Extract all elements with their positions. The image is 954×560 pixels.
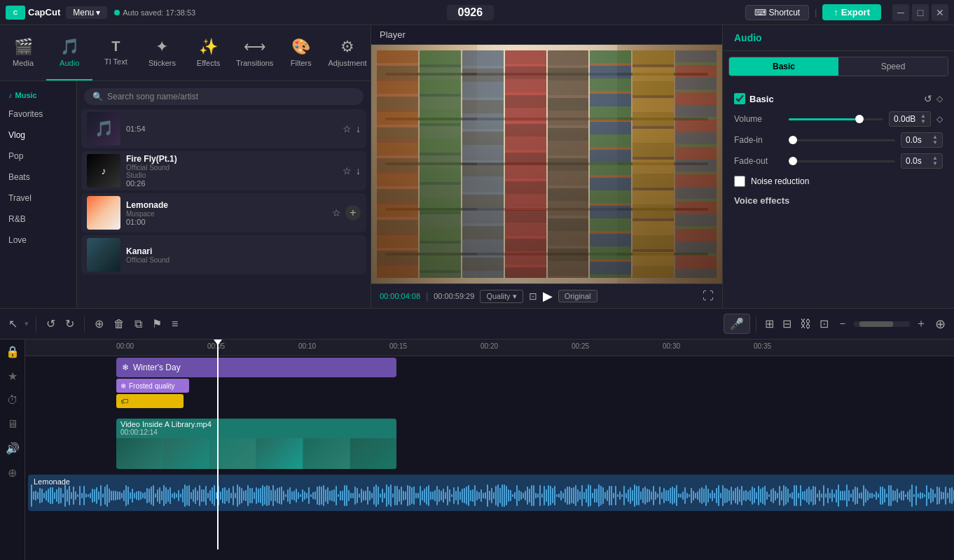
zoom-range[interactable] [854, 321, 910, 327]
fade-in-thumb[interactable] [789, 136, 797, 144]
align-button[interactable]: ≡ [169, 315, 181, 333]
category-favorites[interactable]: Favorites [0, 104, 76, 125]
fade-in-slider[interactable] [789, 139, 895, 141]
tab-basic[interactable]: Basic [729, 57, 838, 76]
add-button-3[interactable]: + [345, 205, 361, 220]
split-button[interactable]: ⊕ [92, 314, 106, 333]
volume-thumb[interactable] [855, 115, 864, 123]
wave-bar [226, 490, 228, 500]
add-track-button[interactable]: ⊕ [932, 314, 948, 335]
toolbar-item-stickers[interactable]: ✦ Stickers [139, 25, 185, 80]
add-icon[interactable]: ⊕ [8, 466, 17, 479]
winters-day-clip[interactable]: ❄ Winter's Day [116, 358, 396, 377]
audio-content: Basic ↺ ◇ Volume 0.0dB ▲ ▼ ◇ [723, 82, 954, 211]
history-icon[interactable]: ⏱ [7, 394, 18, 407]
wave-bar [48, 489, 49, 502]
favorite-button[interactable]: ☆ [343, 123, 352, 134]
diamond-button[interactable]: ◇ [936, 94, 943, 104]
music-category-header[interactable]: ♪ Music [0, 87, 76, 104]
yellow-clip[interactable]: 🏷 [116, 394, 184, 408]
reset-button[interactable]: ↺ [924, 93, 932, 104]
toolbar-item-transitions[interactable]: ⟷ Transitions [232, 25, 278, 80]
split-audio-button[interactable]: ⊡ [817, 314, 831, 333]
copy-button[interactable]: ⧉ [132, 315, 145, 333]
star-icon[interactable]: ★ [8, 370, 18, 383]
basic-checkbox[interactable] [734, 93, 745, 104]
video-clip[interactable]: Video Inside A Library.mp4 00:00:12:14 [116, 419, 396, 469]
music-item[interactable]: Kanari Official Sound [81, 235, 366, 274]
wave-bar [199, 485, 200, 506]
maximize-button[interactable]: □ [912, 4, 929, 21]
zoom-clip-button[interactable]: ⊟ [780, 314, 794, 333]
wave-bar [407, 485, 408, 506]
noise-reduction-checkbox[interactable] [734, 176, 745, 187]
screen-button[interactable]: ⊡ [529, 290, 537, 302]
wave-bar [609, 486, 610, 506]
toolbar-item-text[interactable]: T TI Text [92, 25, 139, 80]
select-tool[interactable]: ↖ [6, 314, 20, 333]
wave-bar [396, 486, 398, 506]
wave-bar [638, 486, 640, 506]
lemonade-audio-clip[interactable]: Lemonade [28, 475, 954, 511]
wave-bar [245, 490, 247, 502]
wave-bar [728, 490, 730, 502]
category-pop[interactable]: Pop [0, 146, 76, 167]
zoom-in-button[interactable]: ＋ [913, 314, 929, 334]
music-item[interactable]: 🎵 01:54 ☆ ↓ [81, 109, 366, 148]
lock-icon[interactable]: 🔒 [6, 345, 20, 358]
music-item[interactable]: ♪ Fire Fly(Pt.1) Official Sound Studio 0… [81, 151, 366, 190]
toolbar-item-media[interactable]: 🎬 Media [0, 25, 46, 80]
shortcut-label: Shortcut [769, 8, 801, 18]
mic-button[interactable]: 🎤 [724, 314, 750, 334]
toolbar-item-audio[interactable]: 🎵 Audio [46, 25, 92, 80]
favorite-button-3[interactable]: ☆ [332, 207, 341, 218]
wave-bar [590, 485, 591, 506]
category-beats[interactable]: Beats [0, 167, 76, 188]
wave-bar [520, 491, 522, 500]
volume-down[interactable]: ▼ [920, 119, 926, 125]
shortcut-button[interactable]: ⌨ Shortcut [745, 5, 810, 20]
wave-bar [67, 489, 68, 502]
sound-icon[interactable]: 🔊 [6, 442, 20, 455]
wave-bar [714, 493, 715, 498]
wave-bar [371, 493, 373, 498]
download-button[interactable]: ↓ [356, 123, 361, 134]
minimize-button[interactable]: ─ [892, 4, 909, 21]
volume-slider[interactable] [789, 118, 883, 120]
category-rnb[interactable]: R&B [0, 209, 76, 230]
toolbar-item-filters[interactable]: 🎨 Filters [278, 25, 324, 80]
quality-label: Quality [486, 292, 510, 300]
menu-button[interactable]: Menu ▾ [66, 6, 107, 19]
zoom-out-button[interactable]: － [834, 314, 851, 334]
redo-button[interactable]: ↻ [62, 314, 77, 333]
category-love[interactable]: Love [0, 230, 76, 251]
fade-out-thumb[interactable] [789, 157, 797, 165]
category-vlog[interactable]: Vlog [0, 125, 76, 146]
tab-speed[interactable]: Speed [838, 57, 948, 76]
fade-out-down[interactable]: ▼ [932, 161, 938, 167]
wave-bar [516, 485, 518, 506]
link-button[interactable]: ⛓ [797, 315, 814, 333]
volume-keyframe[interactable]: ◇ [936, 114, 943, 124]
zoom-fit-button[interactable]: ⊞ [762, 314, 777, 333]
favorite-button-2[interactable]: ☆ [343, 165, 352, 176]
music-item[interactable]: Lemonade Muspace 01:00 ☆ + [81, 193, 366, 232]
wave-bar [251, 488, 253, 504]
quality-button[interactable]: Quality ▾ [480, 290, 523, 303]
search-input[interactable] [107, 92, 355, 102]
frosted-quality-clip[interactable]: ❄ Frosted quality [116, 379, 189, 393]
flag-button[interactable]: ⚑ [149, 314, 165, 333]
download-button-2[interactable]: ↓ [356, 165, 361, 176]
fullscreen-button[interactable]: ⛶ [703, 290, 714, 302]
fade-out-slider[interactable] [789, 160, 895, 162]
undo-button[interactable]: ↺ [43, 314, 58, 333]
export-button[interactable]: ↑ Export [822, 4, 881, 20]
category-travel[interactable]: Travel [0, 188, 76, 209]
fade-in-down[interactable]: ▼ [932, 140, 938, 146]
play-button[interactable]: ▶ [543, 288, 553, 304]
delete-button[interactable]: 🗑 [111, 315, 127, 333]
screen-icon[interactable]: 🖥 [7, 418, 18, 430]
toolbar-item-adjustment[interactable]: ⚙ Adjustment [324, 25, 371, 80]
toolbar-item-effects[interactable]: ✨ Effects [186, 25, 232, 80]
close-button[interactable]: ✕ [932, 4, 948, 21]
